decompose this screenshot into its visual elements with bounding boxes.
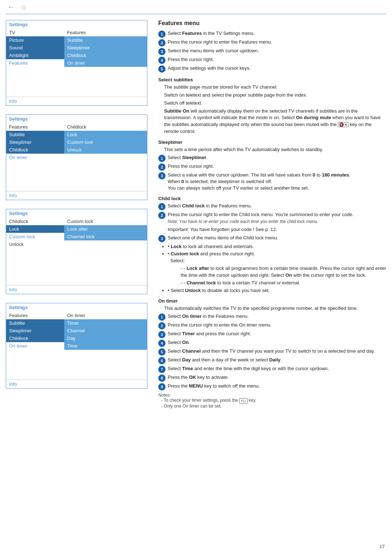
panel4-left-7 [6,364,64,372]
panel4-left-1[interactable]: Subtitle [6,319,64,327]
sleeptimer-step-3: 3 Select a value with the cursor up/down… [158,172,386,192]
panel-ontimer: Settings Features Subtitle Sleeptimer Ch… [6,303,147,389]
step-num-4: 4 [158,57,166,64]
panel4-left-3[interactable]: Childlock [6,335,64,342]
features-step-2-text: Press the cursor right to enter the Feat… [168,39,386,45]
ontimer-title: On timer [158,298,386,304]
panel2-right-1[interactable]: Lock [64,131,147,138]
panel4-left-0[interactable]: Features [6,312,64,319]
panel3-right-0[interactable]: Custom lock [64,218,147,225]
panel3-right-5 [64,255,147,262]
sleeptimer-title: Sleeptimer [158,139,386,145]
panel2-right-2[interactable]: Custom lock [64,138,147,146]
panel3-left-5 [6,255,64,263]
panel4-right-4[interactable]: Time [64,342,147,350]
panel2-left-2[interactable]: Sleeptimer [6,138,64,146]
childlock-step-2-text: Press the cursor right to enter the Chil… [168,211,386,224]
panel2-right-0[interactable]: Childlock [64,123,147,131]
panel1-right-3[interactable]: Childlock [64,52,147,59]
panel3-left-0[interactable]: Childlock [6,218,64,225]
panel1-right-6 [64,74,147,81]
panel1-right-5 [64,67,147,74]
panel2-right-6 [64,168,147,175]
panel1-left-4[interactable]: Features [6,59,64,67]
notes-item-2: - Only one On timer can be set. [158,404,386,409]
panel1-right-2[interactable]: Sleeptimer [64,44,147,52]
panel3-right-1[interactable]: Lock after [64,225,147,233]
panel4-left-5 [6,350,64,357]
panel4-right-3[interactable]: Day [64,335,147,342]
panel4-right-1[interactable]: Timer [64,319,147,327]
panel1-content: TV Picture Sound Ambilight Features Feat… [6,29,147,96]
childlock-step-num-2: 2 [158,212,166,219]
panel1-left-8 [6,89,64,96]
home-button[interactable]: ⌂ [19,3,29,11]
ontimer-step-num-9: 9 [158,383,166,390]
panel1-right-4[interactable]: On timer [64,59,147,67]
features-step-5: 5 Adjust the settings with the cursor ke… [158,65,386,73]
panel3-left-1[interactable]: Lock [6,225,64,233]
ontimer-step-2: 2 Press the cursor right to enter the On… [158,322,386,329]
panel1-right: Features Subtitle Sleeptimer Childlock O… [64,29,147,96]
panel1-right-1[interactable]: Subtitle [64,36,147,44]
ontimer-step-6: 6 Select Day and then a day of the week … [158,357,386,364]
panel2-left-8 [6,183,64,190]
step-num-1: 1 [158,31,166,38]
panel3-left-7 [6,270,64,277]
panel4-right-2[interactable]: Channel [64,327,147,335]
ontimer-notes: Notes: - To check your timer settings, p… [158,393,386,408]
panel2-left-3[interactable]: Childlock [6,146,64,154]
panel4-right-6 [64,357,147,364]
panel2-left-1[interactable]: Subtitle [6,131,64,138]
panel2-info[interactable]: Info [6,191,147,200]
childlock-step-1-text: Select Child lock in the Features menu. [168,203,386,209]
panel3-left-3[interactable]: Unlock [6,240,64,248]
ontimer-step-num-4: 4 [158,340,166,347]
sleeptimer-step-num-2: 2 [158,163,166,171]
childlock-title: Child lock [158,196,386,201]
panel4-right-7 [64,364,147,372]
panel3-left-2[interactable]: Custom lock [6,233,64,240]
panel3-right-4 [64,248,147,255]
back-button[interactable]: ← [6,3,16,11]
panel3-right: Custom lock Lock after Channel lock [64,218,147,284]
panel3-right-7 [64,270,147,277]
ontimer-step-8: 8 Press the OK key to activate. [158,374,386,382]
features-step-1: 1 Select Features in the TV Settings men… [158,30,386,38]
features-step-3-text: Select the menu items with cursor up/dow… [168,48,386,54]
panel1-info[interactable]: Info [6,97,147,105]
panel4-info[interactable]: Info [6,380,147,388]
panel3-right-2[interactable]: Channel lock [64,233,147,240]
panel4-left-2[interactable]: Sleeptimer [6,327,64,335]
panel2-left-7 [6,176,64,183]
childlock-important: Important: You have forgotten your code … [158,226,386,233]
childlock-bullet-lock: • Lock to lock all channels and external… [168,243,386,250]
childlock-bullets: • Lock to lock all channels and external… [168,243,386,294]
panel2-left-0[interactable]: Features [6,123,64,131]
sleeptimer-step-2: 2 Press the cursor right. [158,163,386,171]
panel1-left-0[interactable]: TV [6,29,64,36]
panel1-left-3[interactable]: Ambilight [6,52,64,59]
features-step-1-text: Select Features in the TV Settings menu. [168,30,386,37]
panel2-right-3[interactable]: Unlock [64,146,147,154]
panel4-right-0[interactable]: On timer [64,312,147,319]
ontimer-step-num-3: 3 [158,331,166,338]
ontimer-step-5: 5 Select Channel and then the TV channel… [158,348,386,356]
top-nav: ← ⌂ [0,0,392,14]
panel3-info[interactable]: Info [6,285,147,294]
panel1-left-1[interactable]: Picture [6,36,64,44]
step-num-5: 5 [158,65,166,73]
childlock-step-2: 2 Press the cursor right to enter the Ch… [158,211,386,224]
ontimer-step-7: 7 Select Time and enter the time with th… [158,365,386,373]
panel1-right-0[interactable]: Features [64,29,147,36]
panel4-left-6 [6,357,64,364]
ontimer-step-6-text: Select Day and then a day of the week or… [168,357,386,363]
panel1-left-2[interactable]: Sound [6,44,64,52]
panel4-left-4[interactable]: On timer [6,342,64,350]
panel2-left-5 [6,161,64,169]
sleeptimer-step-num-1: 1 [158,155,166,162]
panel2-right: Childlock Lock Custom lock Unlock [64,123,147,190]
panel1-left-7 [6,81,64,89]
panel2-left-4[interactable]: On timer [6,154,64,161]
ontimer-step-9-text: Press the MENU key to switch off the men… [168,383,386,389]
